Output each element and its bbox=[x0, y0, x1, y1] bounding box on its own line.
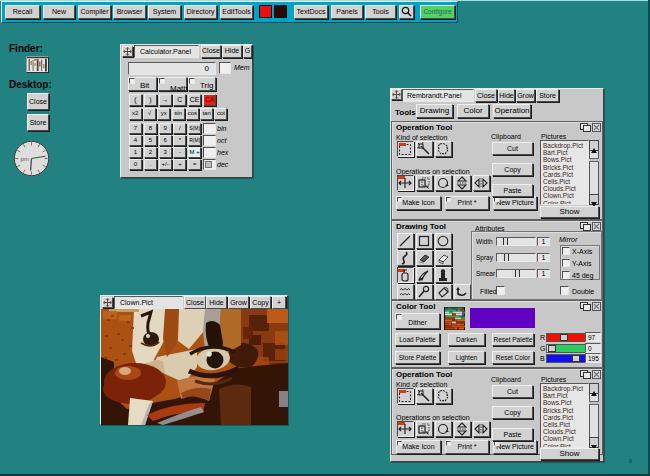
svg-text:pm: pm bbox=[21, 156, 29, 162]
